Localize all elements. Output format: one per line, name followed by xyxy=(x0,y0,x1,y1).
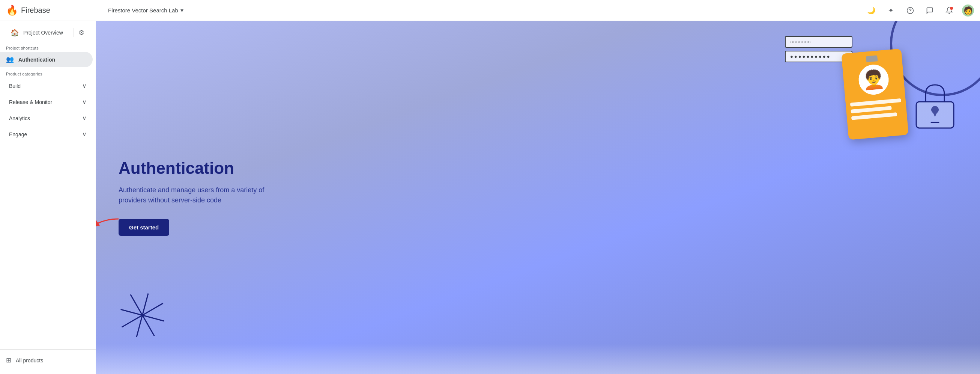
badge-line-3 xyxy=(851,112,897,120)
sidebar-category-release-monitor[interactable]: Release & Monitor ∨ xyxy=(3,94,93,109)
sidebar-category-analytics[interactable]: Analytics ∨ xyxy=(3,111,93,125)
all-products-label: All products xyxy=(16,358,43,363)
project-name-text: Firestore Vector Search Lab xyxy=(108,7,178,13)
logo-area: 🔥 Firebase xyxy=(6,5,102,16)
product-categories-section-label: Product categories xyxy=(0,67,95,78)
topbar-actions: 🌙 ✦ 🧑 xyxy=(864,4,974,17)
id-badge-illustration: 🧑‍🦱 xyxy=(841,48,908,140)
project-dropdown-chevron-icon: ▾ xyxy=(180,7,183,14)
analytics-label: Analytics xyxy=(9,115,30,121)
badge-avatar: 🧑‍🦱 xyxy=(858,64,890,96)
badge-lines xyxy=(850,98,902,120)
sidebar: 🏠 Project Overview ⚙ Project shortcuts 👥… xyxy=(0,21,96,374)
badge-line-2 xyxy=(851,106,891,113)
badge-line-1 xyxy=(850,98,901,107)
release-monitor-chevron-icon: ∨ xyxy=(82,98,87,105)
authentication-label: Authentication xyxy=(18,57,55,63)
project-selector[interactable]: Firestore Vector Search Lab ▾ xyxy=(102,7,864,14)
sidebar-category-build[interactable]: Build ∨ xyxy=(3,78,93,93)
get-started-label: Get started xyxy=(129,224,159,230)
sidebar-category-engage[interactable]: Engage ∨ xyxy=(3,127,93,142)
project-shortcuts-section-label: Project shortcuts xyxy=(0,41,95,52)
sidebar-divider xyxy=(73,28,74,37)
firebase-flame-icon: 🔥 xyxy=(6,5,18,16)
hero-title: Authentication xyxy=(119,159,269,177)
hero-area: Authentication Authenticate and manage u… xyxy=(96,141,291,254)
engage-chevron-icon: ∨ xyxy=(82,131,87,138)
hero-description: Authenticate and manage users from a var… xyxy=(119,185,269,205)
bottom-wave-decoration xyxy=(96,344,980,374)
home-icon: 🏠 xyxy=(11,29,19,37)
firebase-logo-text: Firebase xyxy=(21,6,50,14)
app-layout: 🏠 Project Overview ⚙ Project shortcuts 👥… xyxy=(0,21,980,374)
build-chevron-icon: ∨ xyxy=(82,82,87,90)
sparkle-button[interactable]: ✦ xyxy=(884,4,897,17)
sidebar-item-authentication[interactable]: 👥 Authentication xyxy=(0,52,93,67)
build-label: Build xyxy=(9,83,21,89)
project-overview-label: Project Overview xyxy=(23,30,63,36)
badge-clip xyxy=(866,55,878,62)
help-button[interactable] xyxy=(904,4,917,17)
get-started-button[interactable]: Get started xyxy=(119,219,169,236)
username-field-illustration: ○○○○○○○ xyxy=(785,36,853,48)
analytics-chevron-icon: ∨ xyxy=(82,115,87,121)
arrow-annotation xyxy=(96,215,123,234)
settings-gear-icon[interactable]: ⚙ xyxy=(75,26,88,40)
chat-button[interactable] xyxy=(923,4,937,17)
all-products-link[interactable]: ⊞ All products xyxy=(0,353,95,368)
dark-mode-button[interactable]: 🌙 xyxy=(864,4,878,17)
main-content: ○○○○○○○ ●●●●●●●●●● 🧑‍🦱 xyxy=(96,21,980,374)
release-monitor-label: Release & Monitor xyxy=(9,99,52,105)
authentication-icon: 👥 xyxy=(6,56,14,64)
topbar: 🔥 Firebase Firestore Vector Search Lab ▾… xyxy=(0,0,980,21)
project-overview-link[interactable]: 🏠 Project Overview xyxy=(5,26,69,40)
grid-icon: ⊞ xyxy=(6,356,11,364)
notification-button[interactable] xyxy=(942,4,956,17)
engage-label: Engage xyxy=(9,131,27,137)
project-overview-row: 🏠 Project Overview ⚙ xyxy=(0,24,95,41)
sidebar-bottom: ⊞ All products xyxy=(0,349,95,371)
lock-illustration xyxy=(912,81,958,130)
svg-line-6 xyxy=(122,294,163,336)
user-avatar[interactable]: 🧑 xyxy=(962,5,974,16)
